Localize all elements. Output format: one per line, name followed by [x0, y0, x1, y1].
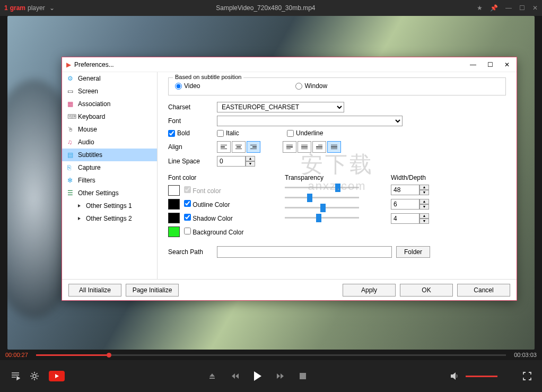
color-swatch[interactable]	[168, 185, 180, 196]
sidebar-icon: ☰	[67, 189, 75, 197]
valign-4-button[interactable]	[327, 141, 341, 153]
playlist-icon[interactable]	[11, 371, 20, 381]
sidebar-label: General	[78, 75, 101, 82]
color-checkbox[interactable]: Font color	[184, 186, 221, 195]
underline-checkbox[interactable]: Underline	[287, 129, 357, 137]
color-swatch[interactable]	[168, 199, 180, 210]
radio-video[interactable]: Video	[175, 82, 200, 90]
dialog-title: Preferences...	[74, 61, 468, 68]
sidebar-subitem[interactable]: Other Settings 2	[62, 212, 157, 225]
fullscreen-icon[interactable]	[523, 372, 531, 380]
volume-icon[interactable]	[450, 372, 458, 380]
transparency-slider[interactable]	[285, 197, 359, 198]
all-initialize-button[interactable]: All Initialize	[68, 284, 121, 297]
color-checkbox[interactable]: Background Color	[184, 228, 243, 236]
logo-text-2: player	[28, 4, 45, 12]
color-swatch[interactable]	[168, 227, 180, 237]
fontcolor-header: Font color	[168, 174, 285, 181]
spin-up[interactable]: ▲	[246, 156, 255, 161]
youtube-button[interactable]	[49, 371, 65, 381]
window-actions: ★ 📌 — ☐ ✕	[477, 4, 538, 12]
sidebar-item-capture[interactable]: ⎘Capture	[62, 161, 157, 174]
prefs-content: Based on subtitle position Video Window …	[158, 72, 517, 279]
linespace-label: Line Space	[168, 158, 217, 165]
transparency-header: Transparency	[285, 174, 391, 181]
page-initialize-button[interactable]: Page Initialize	[126, 284, 179, 297]
svg-rect-1	[300, 373, 306, 379]
valign-3-button[interactable]	[312, 141, 326, 153]
settings-icon[interactable]	[30, 371, 39, 381]
color-swatch[interactable]	[168, 213, 180, 223]
folder-button[interactable]: Folder	[396, 246, 430, 258]
sidebar-item-subtitles[interactable]: ▤Subtitles	[62, 149, 157, 161]
sidebar-item-screen[interactable]: ▭Screen	[62, 85, 157, 98]
transparency-slider[interactable]	[285, 187, 359, 188]
dialog-footer: All Initialize Page Initialize Apply OK …	[62, 279, 517, 300]
minimize-icon[interactable]: —	[505, 4, 512, 12]
sidebar-label: Screen	[78, 88, 98, 95]
width-spinner[interactable]: ▲▼	[391, 213, 430, 224]
linespace-spinner[interactable]: ▲▼	[217, 156, 256, 167]
time-elapsed: 00:00:27	[5, 352, 32, 358]
width-spinner[interactable]: ▲▼	[391, 199, 430, 210]
volume-slider[interactable]	[466, 376, 497, 377]
stop-icon[interactable]	[300, 373, 306, 379]
preferences-dialog: ▶ Preferences... — ☐ ✕ ⚙General▭Screen▦A…	[62, 57, 517, 301]
apply-button[interactable]: Apply	[343, 284, 396, 297]
sidebar-icon: ▭	[67, 88, 75, 95]
dialog-minimize-icon[interactable]: —	[468, 61, 478, 68]
expand-icon	[78, 217, 81, 220]
italic-checkbox[interactable]: Italic	[217, 129, 287, 137]
sidebar-icon: 🖱	[67, 126, 75, 133]
ok-button[interactable]: OK	[400, 284, 453, 297]
transparency-slider[interactable]	[285, 217, 359, 219]
dialog-maximize-icon[interactable]: ☐	[485, 61, 495, 68]
next-icon[interactable]	[276, 372, 285, 380]
sidebar-label: Subtitles	[78, 151, 102, 159]
expand-icon	[78, 204, 81, 207]
sidebar-icon: ▦	[67, 100, 75, 108]
sidebar-item-general[interactable]: ⚙General	[62, 72, 157, 85]
spin-down[interactable]: ▼	[246, 161, 255, 167]
sidebar-subitem[interactable]: Other Settings 1	[62, 199, 157, 212]
svg-point-0	[33, 374, 36, 378]
radio-window[interactable]: Window	[295, 82, 327, 90]
dialog-app-icon: ▶	[66, 61, 71, 68]
sidebar-icon: ⌨	[67, 113, 75, 120]
prev-icon[interactable]	[231, 372, 239, 380]
transparency-slider[interactable]	[285, 207, 359, 208]
sidebar-item-filters[interactable]: ✻Filters	[62, 174, 157, 187]
pin-icon[interactable]: 📌	[490, 4, 498, 12]
close-icon[interactable]: ✕	[532, 4, 538, 12]
align-left-button[interactable]	[217, 141, 231, 153]
searchpath-input[interactable]	[217, 246, 392, 258]
color-checkbox[interactable]: Shadow Color	[184, 214, 233, 222]
color-checkbox[interactable]: Outline Color	[184, 200, 230, 208]
menu-dropdown-icon[interactable]: ⌄	[49, 4, 55, 12]
dialog-close-icon[interactable]: ✕	[502, 61, 512, 68]
align-center-button[interactable]	[232, 141, 246, 153]
logo-mark: 1	[4, 4, 8, 12]
valign-1-button[interactable]	[283, 141, 296, 153]
width-spinner[interactable]: ▲▼	[391, 185, 430, 195]
valign-2-button[interactable]	[298, 141, 311, 153]
charset-select[interactable]: EASTEUROPE_CHARSET	[217, 102, 344, 112]
logo-text-1: gram	[10, 4, 25, 12]
sidebar-item-association[interactable]: ▦Association	[62, 98, 157, 110]
sidebar-item-keyboard[interactable]: ⌨Keyboard	[62, 110, 157, 123]
favorite-icon[interactable]: ★	[477, 4, 483, 12]
font-select[interactable]	[217, 116, 403, 126]
sidebar-item-other-settings[interactable]: ☰Other Settings	[62, 187, 157, 199]
eject-icon[interactable]	[208, 372, 216, 380]
maximize-icon[interactable]: ☐	[519, 4, 525, 12]
sidebar-item-mouse[interactable]: 🖱Mouse	[62, 123, 157, 136]
sidebar-item-audio[interactable]: ♫Audio	[62, 136, 157, 149]
seek-bar[interactable]	[36, 354, 506, 356]
align-right-button[interactable]	[247, 141, 260, 153]
play-button[interactable]	[254, 371, 261, 381]
sidebar-icon: ✻	[67, 177, 75, 184]
sidebar-label: Keyboard	[78, 113, 105, 120]
cancel-button[interactable]: Cancel	[457, 284, 510, 297]
bold-checkbox[interactable]: Bold	[168, 129, 217, 137]
sidebar-icon: ▤	[67, 151, 75, 159]
